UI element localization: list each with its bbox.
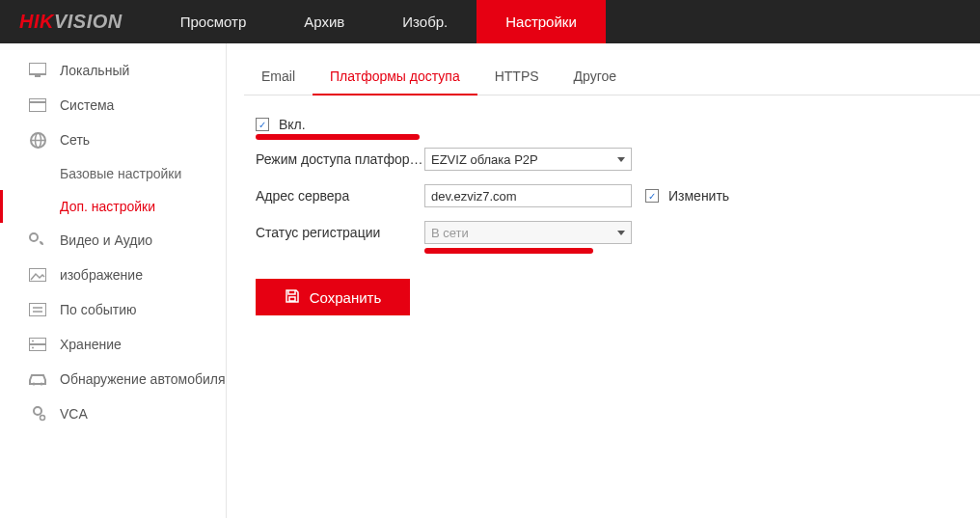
- window-icon: [27, 98, 48, 112]
- sidebar-item-label: Обнаружение автомобиля: [60, 371, 226, 387]
- modify-label: Изменить: [668, 188, 729, 204]
- enable-label: Вкл.: [279, 117, 306, 132]
- car-icon: [27, 372, 48, 386]
- sidebar-item-vca[interactable]: VCA: [0, 396, 226, 431]
- status-select: В сети: [424, 221, 632, 244]
- sidebar-sub-basic[interactable]: Базовые настройки: [0, 157, 226, 190]
- sidebar-item-vehicle[interactable]: Обнаружение автомобиля: [0, 362, 226, 396]
- sidebar-item-picture[interactable]: изображение: [0, 258, 226, 292]
- caret-down-icon: [617, 231, 625, 235]
- sidebar-item-event[interactable]: По событию: [0, 292, 226, 327]
- svg-rect-0: [29, 63, 46, 74]
- sidebar-item-label: Система: [60, 97, 114, 113]
- sidebar-item-storage[interactable]: Хранение: [0, 327, 226, 362]
- server-label: Адрес сервера: [256, 188, 424, 204]
- tab-email[interactable]: Email: [244, 61, 313, 95]
- sidebar-item-av[interactable]: Видео и Аудио: [0, 223, 226, 258]
- monitor-icon: [27, 63, 48, 78]
- server-input[interactable]: [424, 184, 632, 207]
- sidebar-item-label: изображение: [60, 267, 143, 283]
- svg-point-16: [33, 383, 36, 386]
- save-button[interactable]: Сохранить: [256, 279, 410, 315]
- annotation-redline-2: [424, 248, 593, 254]
- modify-wrap: ✓ Изменить: [645, 188, 729, 204]
- svg-point-18: [34, 407, 41, 415]
- save-icon: [285, 288, 300, 307]
- sidebar-item-local[interactable]: Локальный: [0, 53, 226, 88]
- status-label: Статус регистрации: [256, 225, 424, 240]
- sidebar-item-system[interactable]: Система: [0, 88, 226, 123]
- av-icon: [27, 232, 48, 248]
- sidebar: Локальный Система Сеть Базовые настройки…: [0, 43, 227, 518]
- nav-settings[interactable]: Настройки: [476, 0, 606, 43]
- form: ✓ Вкл. Режим доступа платфор… EZVIZ обла…: [244, 95, 980, 315]
- globe-icon: [27, 132, 48, 149]
- sidebar-item-label: Сеть: [60, 132, 90, 148]
- save-label: Сохранить: [310, 289, 382, 306]
- logo-suffix: VISION: [54, 11, 122, 33]
- row-status: Статус регистрации В сети: [256, 221, 980, 244]
- image-icon: [27, 268, 48, 282]
- sidebar-sub-advanced[interactable]: Доп. настройки: [0, 190, 226, 223]
- modify-checkbox[interactable]: ✓: [645, 189, 659, 203]
- sidebar-item-label: Локальный: [60, 63, 129, 78]
- svg-rect-2: [29, 98, 46, 112]
- nav-image[interactable]: Изобр.: [373, 0, 476, 43]
- svg-rect-9: [29, 303, 46, 316]
- svg-rect-1: [35, 75, 41, 77]
- logo: HIKVISION: [0, 0, 151, 43]
- svg-point-19: [41, 416, 45, 421]
- annotation-redline-1: [256, 134, 420, 140]
- mode-value: EZVIZ облака P2P: [431, 152, 538, 167]
- status-value: В сети: [431, 226, 469, 240]
- nav-view[interactable]: Просмотр: [151, 0, 276, 43]
- header: HIKVISION Просмотр Архив Изобр. Настройк…: [0, 0, 980, 43]
- svg-point-17: [41, 383, 43, 386]
- sidebar-item-network[interactable]: Сеть: [0, 123, 226, 157]
- list-icon: [27, 303, 48, 316]
- top-nav: Просмотр Архив Изобр. Настройки: [151, 0, 606, 43]
- row-server: Адрес сервера ✓ Изменить: [256, 184, 980, 207]
- sidebar-item-label: По событию: [60, 302, 137, 317]
- row-enable: ✓ Вкл.: [256, 117, 980, 132]
- content: Email Платформы доступа HTTPS Другое ✓ В…: [227, 43, 980, 518]
- sidebar-item-label: Хранение: [60, 337, 122, 352]
- tab-platform-access[interactable]: Платформы доступа: [313, 61, 477, 95]
- nav-archive[interactable]: Архив: [275, 0, 373, 43]
- mode-label: Режим доступа платфор…: [256, 151, 424, 167]
- svg-point-15: [32, 347, 34, 349]
- storage-icon: [27, 338, 48, 351]
- sidebar-item-label: VCA: [60, 406, 88, 422]
- tab-other[interactable]: Другое: [557, 61, 634, 95]
- enable-checkbox[interactable]: ✓: [256, 118, 269, 131]
- tab-https[interactable]: HTTPS: [477, 61, 557, 95]
- tabs: Email Платформы доступа HTTPS Другое: [244, 61, 980, 95]
- sidebar-item-label: Видео и Аудио: [60, 232, 152, 248]
- svg-point-14: [32, 341, 34, 342]
- mode-select[interactable]: EZVIZ облака P2P: [424, 148, 632, 171]
- logo-prefix: HIK: [19, 11, 54, 33]
- caret-down-icon: [617, 157, 625, 162]
- body: Локальный Система Сеть Базовые настройки…: [0, 43, 980, 518]
- vca-icon: [27, 406, 48, 422]
- row-mode: Режим доступа платфор… EZVIZ облака P2P: [256, 148, 980, 171]
- svg-point-7: [30, 233, 38, 241]
